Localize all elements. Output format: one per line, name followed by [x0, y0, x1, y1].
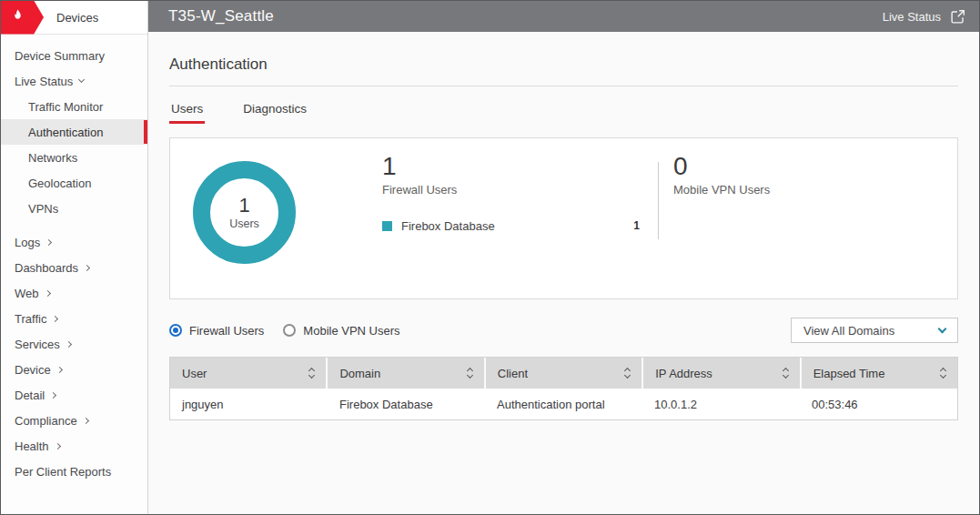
donut-total-count: 1 [238, 195, 249, 217]
sidebar-item-label: Detail [15, 389, 45, 402]
sidebar-item-label: Compliance [15, 414, 77, 428]
mobile-vpn-users-summary: 0 Mobile VPN Users [673, 153, 770, 197]
page-title: Authentication [169, 56, 958, 86]
sort-icon[interactable] [625, 369, 630, 378]
radio-label: Firewall Users [189, 324, 264, 338]
sidebar-item-label: Per Client Reports [15, 465, 111, 479]
sidebar-item-device[interactable]: Device [1, 357, 147, 382]
flame-icon [10, 8, 25, 27]
sidebar-item-label: Services [15, 338, 60, 351]
chevron-right-icon [55, 442, 61, 449]
devices-breadcrumb[interactable]: Devices [56, 11, 98, 25]
sidebar-item-label: Device Summary [15, 49, 105, 63]
column-header-label: Domain [339, 367, 380, 380]
sidebar-item-authentication[interactable]: Authentication [1, 119, 147, 145]
sidebar-item-networks[interactable]: Networks [1, 145, 147, 170]
sidebar: Devices Device Summary Live Status Traff… [1, 1, 148, 514]
chevron-down-icon [938, 324, 947, 333]
sidebar-nav: Device Summary Live Status Traffic Monit… [1, 35, 147, 484]
firewall-users-count: 1 [382, 153, 640, 181]
main-content: Authentication Users Diagnostics 1 Users… [148, 32, 979, 514]
sidebar-item-label: Networks [28, 151, 77, 165]
sort-icon[interactable] [468, 369, 472, 378]
legend-label: Firebox Database [401, 219, 495, 233]
column-header-elapsed-time[interactable]: Elapsed Time [802, 358, 957, 389]
chevron-right-icon [84, 264, 90, 270]
column-header-user[interactable]: User [170, 358, 328, 389]
table-row[interactable]: jnguyen Firebox Database Authentication … [170, 389, 957, 419]
radio-mobile-vpn-users[interactable]: Mobile VPN Users [283, 324, 399, 338]
cell-ip-address: 10.0.1.2 [642, 398, 800, 411]
sidebar-item-label: Traffic Monitor [28, 100, 103, 114]
chevron-down-icon [78, 76, 85, 83]
sidebar-item-web[interactable]: Web [1, 280, 147, 306]
sidebar-brand-strip: Devices [1, 1, 147, 35]
radio-firewall-users[interactable]: Firewall Users [169, 324, 264, 338]
sidebar-item-traffic[interactable]: Traffic [1, 306, 147, 331]
chevron-right-icon [83, 417, 89, 423]
chevron-right-icon [45, 238, 52, 245]
sidebar-item-device-summary[interactable]: Device Summary [1, 43, 147, 68]
sidebar-item-geolocation[interactable]: Geolocation [1, 170, 147, 196]
chevron-right-icon [56, 366, 63, 372]
sidebar-item-label: Device [15, 363, 51, 377]
sidebar-item-live-status[interactable]: Live Status [1, 68, 147, 94]
sidebar-item-traffic-monitor[interactable]: Traffic Monitor [1, 94, 147, 119]
column-header-ip-address[interactable]: IP Address [643, 358, 801, 389]
sort-icon[interactable] [783, 369, 788, 378]
sidebar-item-label: Health [15, 439, 49, 453]
sidebar-item-per-client-reports[interactable]: Per Client Reports [1, 459, 147, 484]
cell-domain: Firebox Database [328, 398, 485, 411]
sidebar-item-label: Live Status [15, 75, 73, 88]
domain-select-value: View All Domains [803, 324, 894, 338]
donut-center-label: 1 Users [193, 161, 296, 264]
chevron-right-icon [52, 315, 58, 321]
radio-unselected-icon[interactable] [283, 324, 296, 337]
sidebar-item-label: Dashboards [15, 261, 78, 275]
sidebar-item-health[interactable]: Health [1, 433, 147, 459]
column-header-label: Elapsed Time [813, 367, 885, 380]
sort-icon[interactable] [941, 369, 945, 378]
legend-swatch-icon [382, 221, 392, 231]
sidebar-item-compliance[interactable]: Compliance [1, 408, 147, 433]
tab-bar: Users Diagnostics [169, 102, 958, 124]
tab-users[interactable]: Users [169, 102, 205, 124]
sidebar-item-label: Web [15, 287, 39, 300]
column-header-label: IP Address [655, 367, 712, 380]
firewall-users-summary: 1 Firewall Users Firebox Database 1 [382, 153, 640, 233]
authenticated-users-table: User Domain Client IP Address Elapsed Ti… [169, 357, 958, 420]
user-type-radio-group: Firewall Users Mobile VPN Users [169, 324, 400, 338]
sidebar-item-label: Geolocation [28, 177, 91, 190]
live-status-label: Live Status [883, 10, 941, 24]
column-header-domain[interactable]: Domain [328, 358, 485, 389]
sidebar-item-vpns[interactable]: VPNs [1, 196, 147, 221]
sidebar-item-logs[interactable]: Logs [1, 229, 147, 255]
radio-label: Mobile VPN Users [303, 324, 399, 338]
device-title: T35-W_Seattle [168, 7, 274, 25]
cell-user: jnguyen [170, 398, 328, 411]
sidebar-item-label: Traffic [15, 312, 46, 326]
sidebar-item-detail[interactable]: Detail [1, 382, 147, 408]
donut-total-label: Users [229, 217, 259, 230]
sidebar-item-label: VPNs [28, 202, 58, 216]
sidebar-item-dashboards[interactable]: Dashboards [1, 255, 147, 280]
chevron-right-icon [44, 289, 50, 296]
sidebar-item-label: Logs [15, 236, 40, 249]
mobile-vpn-users-label: Mobile VPN Users [673, 183, 770, 197]
live-status-link[interactable]: Live Status [883, 9, 965, 25]
firewall-users-label: Firewall Users [382, 183, 640, 197]
users-donut-chart: 1 Users [193, 161, 296, 264]
column-header-client[interactable]: Client [486, 358, 643, 389]
view-all-domains-select[interactable]: View All Domains [791, 318, 958, 343]
sort-icon[interactable] [309, 369, 314, 378]
mobile-vpn-users-count: 0 [673, 153, 770, 181]
sidebar-item-services[interactable]: Services [1, 331, 147, 357]
sidebar-item-label: Authentication [28, 126, 103, 139]
table-header-row: User Domain Client IP Address Elapsed Ti… [170, 358, 957, 389]
device-header-bar: T35-W_Seattle Live Status [148, 1, 979, 32]
external-link-icon [950, 9, 965, 25]
radio-selected-icon[interactable] [169, 324, 182, 337]
users-summary-card: 1 Users 1 Firewall Users Firebox Databas… [169, 137, 958, 299]
tab-diagnostics[interactable]: Diagnostics [241, 102, 308, 124]
legend-value: 1 [633, 219, 640, 232]
